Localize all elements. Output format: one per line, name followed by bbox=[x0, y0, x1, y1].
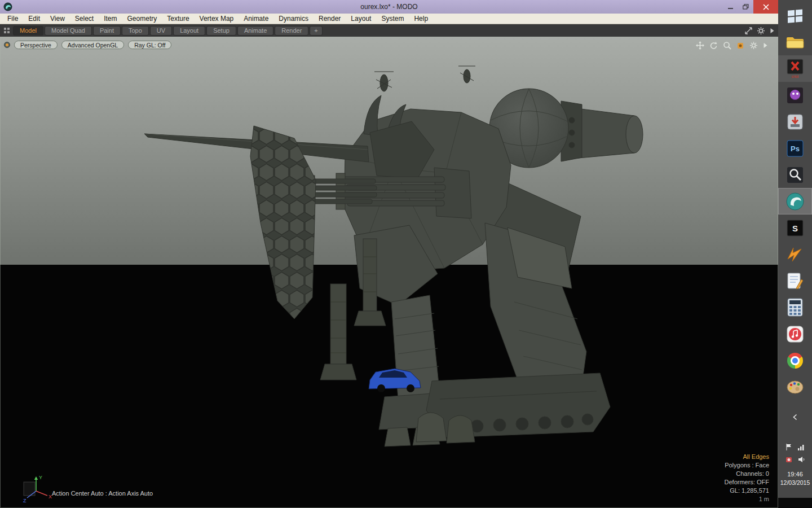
window-title: ourex.lxo* - MODO bbox=[0, 3, 778, 11]
raygl-button[interactable]: Ray GL: Off bbox=[128, 41, 171, 49]
menu-view[interactable]: View bbox=[45, 14, 70, 24]
x-app-label: criot bbox=[792, 75, 798, 78]
tray-expand-button[interactable] bbox=[792, 413, 798, 423]
purple-app-icon bbox=[786, 86, 804, 104]
viewport-status: All Edges Polygons : Face Channels: 0 De… bbox=[725, 453, 769, 503]
zbrush-icon bbox=[785, 246, 805, 264]
restore-button[interactable] bbox=[738, 0, 753, 14]
modo-icon bbox=[785, 192, 805, 211]
rotate-icon[interactable] bbox=[709, 41, 718, 50]
snapping-icon[interactable] bbox=[736, 42, 744, 50]
tab-render[interactable]: Render bbox=[275, 26, 308, 36]
minimize-button[interactable] bbox=[723, 0, 738, 14]
taskbar-item-calculator[interactable] bbox=[778, 294, 812, 321]
taskbar-item-s-app[interactable]: S bbox=[778, 214, 812, 241]
chevron-left-icon bbox=[792, 414, 798, 421]
status-all-edges[interactable]: All Edges bbox=[725, 453, 769, 461]
taskbar-item-photoshop[interactable]: Ps bbox=[778, 135, 812, 161]
perspective-button[interactable]: Perspective bbox=[14, 41, 58, 49]
axis-gizmo: Y X Z bbox=[23, 473, 53, 502]
taskbar-item-itunes[interactable] bbox=[778, 321, 812, 347]
menu-system[interactable]: System bbox=[376, 14, 409, 24]
viewport-3d-scene[interactable] bbox=[0, 37, 778, 508]
show-desktop-button[interactable] bbox=[778, 498, 812, 508]
taskbar-item-notes[interactable] bbox=[778, 268, 812, 294]
arrow-right-icon[interactable] bbox=[770, 28, 775, 34]
action-center-status[interactable]: Action Center Auto : Action Axis Auto bbox=[52, 490, 153, 497]
status-channels[interactable]: Channels: 0 bbox=[725, 470, 769, 478]
status-polygons[interactable]: Polygons : Face bbox=[725, 461, 769, 470]
taskbar-item-search[interactable] bbox=[778, 161, 812, 188]
shading-mode-button[interactable]: Advanced OpenGL bbox=[61, 41, 124, 49]
x-app-icon: criot bbox=[786, 59, 804, 79]
taskbar-item-zbrush[interactable] bbox=[778, 241, 812, 268]
taskbar-item-windows-start[interactable] bbox=[778, 2, 812, 29]
taskbar-item-paint[interactable] bbox=[778, 374, 812, 400]
tray-app-icon[interactable] bbox=[785, 456, 793, 463]
tab-topo[interactable]: Topo bbox=[122, 26, 149, 36]
taskbar-item-chrome[interactable] bbox=[778, 347, 812, 374]
viewport-gear-icon[interactable] bbox=[749, 41, 758, 50]
paint-palette-icon bbox=[785, 379, 805, 396]
menu-texture[interactable]: Texture bbox=[162, 14, 194, 24]
tab-paint[interactable]: Paint bbox=[93, 26, 121, 36]
tab-add[interactable]: + bbox=[310, 26, 322, 36]
network-icon[interactable] bbox=[797, 443, 805, 451]
menu-layout[interactable]: Layout bbox=[346, 14, 376, 24]
tab-model[interactable]: Model bbox=[13, 26, 43, 36]
taskbar-item-purple-app[interactable] bbox=[778, 82, 812, 108]
calculator-icon bbox=[787, 298, 804, 317]
close-button[interactable] bbox=[753, 0, 778, 14]
tab-setup[interactable]: Setup bbox=[206, 26, 236, 36]
taskbar-item-x-app[interactable]: criot bbox=[778, 55, 812, 82]
pan-icon[interactable] bbox=[696, 41, 704, 50]
file-explorer-icon bbox=[785, 34, 805, 51]
menu-render[interactable]: Render bbox=[314, 14, 346, 24]
itunes-icon bbox=[786, 325, 804, 343]
tab-layout[interactable]: Layout bbox=[173, 26, 205, 36]
chrome-icon bbox=[787, 353, 803, 369]
menu-item[interactable]: Item bbox=[99, 14, 122, 24]
tab-model-quad[interactable]: Model Quad bbox=[45, 26, 92, 36]
status-gl-count: GL: 1,285,571 bbox=[725, 487, 769, 495]
tab-animate[interactable]: Animate bbox=[237, 26, 273, 36]
taskbar-clock[interactable]: 19:46 12/03/2015 bbox=[780, 470, 810, 487]
axis-y-label: Y bbox=[39, 475, 42, 480]
menu-file[interactable]: File bbox=[2, 14, 23, 24]
menu-edit[interactable]: Edit bbox=[23, 14, 45, 24]
menu-vertex-map[interactable]: Vertex Map bbox=[195, 14, 239, 24]
viewport-arrow-icon[interactable] bbox=[763, 42, 768, 49]
axis-z-label: Z bbox=[23, 498, 27, 502]
menu-animate[interactable]: Animate bbox=[239, 14, 273, 24]
viewport-options-icon[interactable] bbox=[4, 42, 10, 48]
tab-uv[interactable]: UV bbox=[150, 26, 172, 36]
system-tray bbox=[783, 441, 807, 466]
restore-icon bbox=[743, 4, 749, 10]
status-grid-size: 1 m bbox=[725, 495, 769, 503]
taskbar-item-modo[interactable] bbox=[778, 188, 812, 214]
windows-taskbar: criot Ps bbox=[778, 0, 812, 508]
taskbar-item-installer[interactable] bbox=[778, 108, 812, 135]
modo-window: ourex.lxo* - MODO File Edit bbox=[0, 0, 778, 508]
windows-start-icon bbox=[786, 7, 804, 24]
viewport-header: Perspective Advanced OpenGL Ray GL: Off bbox=[4, 41, 171, 49]
menu-help[interactable]: Help bbox=[409, 14, 433, 24]
gear-icon[interactable] bbox=[757, 27, 765, 35]
photoshop-icon: Ps bbox=[786, 139, 804, 157]
grid-icon[interactable] bbox=[2, 27, 12, 34]
close-icon bbox=[763, 4, 769, 10]
action-center-flag-icon[interactable] bbox=[785, 443, 793, 451]
volume-icon[interactable] bbox=[797, 456, 805, 463]
menu-geometry[interactable]: Geometry bbox=[122, 14, 162, 24]
expand-diagonal-icon[interactable] bbox=[745, 27, 752, 34]
title-bar: ourex.lxo* - MODO bbox=[0, 0, 778, 14]
clock-date: 12/03/2015 bbox=[780, 479, 810, 487]
menu-dynamics[interactable]: Dynamics bbox=[273, 14, 314, 24]
s-app-icon: S bbox=[787, 220, 804, 237]
status-deformers[interactable]: Deformers: OFF bbox=[725, 478, 769, 487]
taskbar-item-file-explorer[interactable] bbox=[778, 29, 812, 55]
menu-select[interactable]: Select bbox=[70, 14, 99, 24]
photoshop-label: Ps bbox=[791, 144, 800, 153]
zoom-icon[interactable] bbox=[723, 41, 731, 50]
installer-icon bbox=[786, 113, 804, 131]
